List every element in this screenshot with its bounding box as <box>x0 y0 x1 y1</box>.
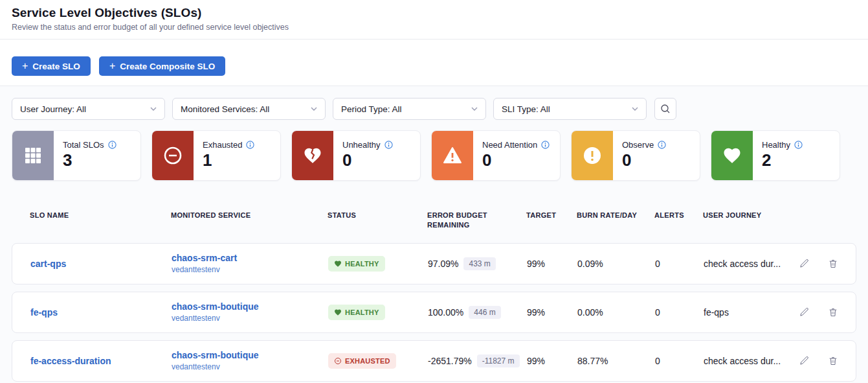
heart-icon <box>334 260 342 268</box>
error-budget-pct: -2651.79% <box>428 356 472 366</box>
minus-circle-icon <box>334 357 342 365</box>
chevron-down-icon <box>311 107 317 111</box>
error-budget-minutes: 433 m <box>463 257 495 270</box>
minus-circle-icon <box>152 131 194 180</box>
info-icon[interactable] <box>108 141 117 149</box>
need-attention-card[interactable]: Need Attention 0 <box>431 130 561 181</box>
status-text: EXHAUSTED <box>345 357 390 365</box>
observe-value: 0 <box>622 152 666 168</box>
need-attention-value: 0 <box>482 152 550 168</box>
burn-rate-value: 0.09% <box>577 259 655 269</box>
user-journey-filter-label: User Journey: All <box>20 104 86 114</box>
col-alerts: Alerts <box>654 211 703 220</box>
table-row[interactable]: fe-access-duration chaos-srm-boutique ve… <box>12 340 856 382</box>
unhealthy-value: 0 <box>342 152 393 168</box>
monitored-service-link[interactable]: chaos-srm-boutique <box>172 350 328 362</box>
summary-cards: Total SLOs 3 Exhausted 1 <box>12 130 856 181</box>
edit-button[interactable] <box>797 354 811 367</box>
slo-name-link[interactable]: fe-access-duration <box>30 356 111 366</box>
exhausted-label: Exhausted <box>203 140 242 150</box>
target-value: 99% <box>527 259 577 269</box>
trash-icon <box>828 307 838 318</box>
create-composite-slo-button[interactable]: + Create Composite SLO <box>99 56 225 76</box>
total-slos-card[interactable]: Total SLOs 3 <box>12 130 141 181</box>
environment-link[interactable]: vedanttestenv <box>172 265 328 274</box>
warning-triangle-icon <box>432 131 473 180</box>
col-status: Status <box>328 211 427 220</box>
grid-icon <box>12 131 54 180</box>
healthy-card[interactable]: Healthy 2 <box>711 130 840 181</box>
error-budget-pct: 100.00% <box>428 307 463 318</box>
chevron-down-icon <box>632 107 638 111</box>
slo-name-link[interactable]: fe-qps <box>30 307 58 318</box>
sli-type-filter-label: SLI Type: All <box>502 104 550 114</box>
edit-button[interactable] <box>797 305 811 319</box>
slo-table: SLO Name Monitored Service Status Error … <box>12 196 856 382</box>
status-badge: HEALTHY <box>328 256 385 272</box>
status-badge: HEALTHY <box>328 305 385 320</box>
trash-icon <box>828 355 838 366</box>
healthy-value: 2 <box>762 152 803 168</box>
search-icon <box>660 104 671 114</box>
delete-button[interactable] <box>827 257 840 270</box>
info-icon[interactable] <box>384 141 393 149</box>
environment-link[interactable]: vedanttestenv <box>172 362 328 371</box>
slo-name-link[interactable]: cart-qps <box>30 259 66 269</box>
table-row[interactable]: cart-qps chaos-srm-cart vedanttestenv HE… <box>12 243 856 284</box>
period-type-filter-label: Period Type: All <box>341 104 402 114</box>
observe-card[interactable]: Observe 0 <box>571 130 700 181</box>
create-slo-button[interactable]: + Create SLO <box>12 56 91 76</box>
monitored-service-link[interactable]: chaos-srm-cart <box>172 253 328 264</box>
col-monitored-service: Monitored Service <box>171 211 328 220</box>
alerts-count: 0 <box>655 259 704 269</box>
heart-icon <box>711 131 753 180</box>
page-title: Service Level Objectives (SLOs) <box>12 6 856 20</box>
total-slos-value: 3 <box>63 152 117 168</box>
user-journey-value: fe-qps <box>704 307 797 318</box>
pencil-icon <box>799 355 810 366</box>
edit-button[interactable] <box>797 257 811 270</box>
table-header: SLO Name Monitored Service Status Error … <box>12 196 856 243</box>
pencil-icon <box>799 258 810 269</box>
user-journey-value: check access dur... <box>704 356 797 366</box>
delete-button[interactable] <box>827 354 840 367</box>
heart-icon <box>334 308 342 316</box>
chevron-down-icon <box>150 107 157 111</box>
trash-icon <box>828 258 838 269</box>
filter-bar: User Journey: All Monitored Services: Al… <box>12 98 856 120</box>
content-area: User Journey: All Monitored Services: Al… <box>0 86 868 383</box>
pencil-icon <box>799 307 810 318</box>
unhealthy-label: Unhealthy <box>342 140 381 150</box>
error-budget-minutes: 446 m <box>469 306 500 319</box>
unhealthy-card[interactable]: Unhealthy 0 <box>291 130 421 181</box>
create-slo-label: Create SLO <box>32 62 80 71</box>
col-error-budget: Error Budget Remaining <box>427 211 526 230</box>
burn-rate-value: 88.77% <box>577 356 655 366</box>
broken-heart-icon <box>292 131 333 180</box>
target-value: 99% <box>527 307 577 318</box>
user-journey-filter[interactable]: User Journey: All <box>12 98 165 120</box>
plus-icon: + <box>22 61 28 71</box>
info-icon[interactable] <box>658 141 666 149</box>
total-slos-label: Total SLOs <box>63 140 104 150</box>
info-icon[interactable] <box>541 141 550 149</box>
actions-bar: + Create SLO + Create Composite SLO <box>0 40 868 86</box>
info-icon[interactable] <box>246 141 254 149</box>
exhausted-value: 1 <box>203 152 254 168</box>
search-button[interactable] <box>654 98 676 120</box>
monitored-services-filter[interactable]: Monitored Services: All <box>172 98 326 120</box>
environment-link[interactable]: vedanttestenv <box>172 314 328 323</box>
sli-type-filter[interactable]: SLI Type: All <box>493 98 647 120</box>
table-row[interactable]: fe-qps chaos-srm-boutique vedanttestenv … <box>12 292 856 333</box>
target-value: 99% <box>527 356 577 366</box>
error-budget-pct: 97.09% <box>428 259 458 269</box>
info-icon[interactable] <box>794 141 803 149</box>
alerts-count: 0 <box>655 356 704 366</box>
monitored-service-link[interactable]: chaos-srm-boutique <box>172 301 328 313</box>
period-type-filter[interactable]: Period Type: All <box>333 98 486 120</box>
healthy-label: Healthy <box>762 140 790 150</box>
delete-button[interactable] <box>827 305 840 319</box>
exhausted-card[interactable]: Exhausted 1 <box>151 130 281 181</box>
error-budget-minutes: -11827 m <box>477 354 520 367</box>
page-subtitle: Review the status and error budget of al… <box>12 23 856 32</box>
